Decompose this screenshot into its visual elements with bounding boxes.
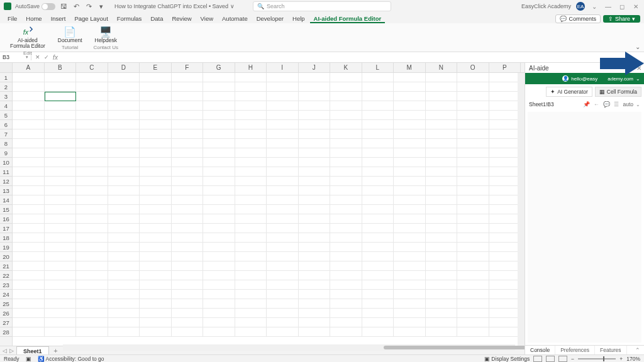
tab-review[interactable]: Review [168, 14, 195, 23]
ai-formula-editor-button[interactable]: fx AI-aided Formula Editor [8, 25, 48, 50]
row-header[interactable]: 8 [0, 139, 12, 148]
minimize-icon[interactable]: — [604, 2, 613, 11]
enter-icon[interactable]: ✓ [43, 53, 50, 61]
col-header[interactable]: H [235, 63, 267, 72]
back-icon[interactable]: ← [592, 101, 600, 108]
col-header[interactable]: B [45, 63, 77, 72]
row-header[interactable]: 20 [0, 252, 12, 261]
redo-icon[interactable]: ↷ [84, 2, 93, 11]
row-header[interactable]: 21 [0, 261, 12, 271]
col-header[interactable]: C [76, 63, 108, 72]
row-header[interactable]: 19 [0, 243, 12, 252]
sheet-nav-next-icon[interactable]: ▷ [9, 348, 14, 354]
row-header[interactable]: 9 [0, 148, 12, 158]
document-button[interactable]: 📄 Document [55, 25, 85, 45]
row-header[interactable]: 27 [0, 318, 12, 327]
cancel-icon[interactable]: ✕ [34, 53, 42, 61]
undo-icon[interactable]: ↶ [72, 2, 80, 11]
add-sheet-icon[interactable]: + [52, 347, 60, 354]
col-header[interactable]: N [426, 63, 458, 72]
row-header[interactable]: 28 [0, 327, 12, 337]
col-header[interactable]: F [172, 63, 204, 72]
toggle-switch-icon[interactable] [42, 3, 55, 10]
comment-icon[interactable]: 💬 [602, 101, 610, 108]
page-break-view-icon[interactable] [558, 356, 567, 362]
ribbon-collapse-icon[interactable]: ⌄ [635, 43, 640, 50]
col-header[interactable]: J [299, 63, 331, 72]
accessibility-status[interactable]: ♿ Accessibility: Good to go [38, 356, 104, 362]
row-header[interactable]: 1 [0, 73, 12, 82]
col-header[interactable]: K [330, 63, 362, 72]
col-header[interactable]: A [13, 63, 45, 72]
row-header[interactable]: 17 [0, 224, 12, 233]
qat-dropdown-icon[interactable]: ▾ [97, 2, 106, 11]
save-icon[interactable]: 🖫 [59, 2, 68, 11]
pane-btab-console[interactable]: Console [525, 346, 555, 354]
chevron-down-icon[interactable]: ⌄ [636, 102, 640, 107]
pin-icon[interactable]: 📌 [582, 101, 590, 108]
pane-btab-features[interactable]: Features [595, 346, 627, 354]
row-header[interactable]: 2 [0, 82, 12, 92]
sheet-tab[interactable]: Sheet1 [16, 346, 49, 354]
display-settings-button[interactable]: ▣ Display Settings [484, 356, 530, 362]
tab-formulas[interactable]: Formulas [113, 14, 146, 23]
avatar[interactable]: EA [576, 2, 585, 11]
tab-help[interactable]: Help [289, 14, 309, 23]
share-button[interactable]: ⇪Share▾ [603, 15, 640, 23]
tab-page-layout[interactable]: Page Layout [70, 14, 111, 23]
normal-view-icon[interactable] [533, 356, 542, 362]
col-header[interactable]: I [267, 63, 299, 72]
row-header[interactable]: 10 [0, 158, 12, 167]
row-header[interactable]: 26 [0, 309, 12, 318]
list-icon[interactable]: ☰ [613, 101, 620, 108]
row-header[interactable]: 4 [0, 101, 12, 111]
row-header[interactable]: 22 [0, 271, 12, 280]
pane-body[interactable] [528, 112, 641, 343]
tab-ai-formula-editor[interactable]: AI-aided Formula Editor [310, 14, 386, 23]
row-header[interactable]: 25 [0, 299, 12, 309]
autosave-toggle[interactable]: AutoSave [15, 3, 55, 10]
pane-collapse-icon[interactable]: ⌃ [631, 346, 644, 354]
document-title[interactable]: How to Integrate ChatGPT into Excel • Sa… [114, 3, 235, 9]
insert-function-icon[interactable]: fx [52, 53, 59, 61]
tab-data[interactable]: Data [147, 14, 167, 23]
close-icon[interactable]: ✕ [631, 2, 640, 11]
zoom-slider[interactable] [578, 358, 616, 359]
col-header[interactable]: M [394, 63, 426, 72]
tab-home[interactable]: Home [22, 14, 45, 23]
col-header[interactable]: E [140, 63, 172, 72]
cells[interactable] [13, 73, 525, 346]
ribbon-mode-icon[interactable]: ⌄ [590, 2, 599, 11]
comments-button[interactable]: 💬Comments [555, 14, 601, 23]
pane-tab-ai-generator[interactable]: ✦AI Generator [546, 87, 592, 97]
zoom-in-icon[interactable]: + [619, 356, 623, 362]
row-header[interactable]: 14 [0, 195, 12, 205]
row-header[interactable]: 5 [0, 111, 12, 120]
vertical-scrollbar[interactable] [518, 73, 525, 346]
row-header[interactable]: 18 [0, 233, 12, 243]
tab-developer[interactable]: Developer [253, 14, 287, 23]
search-input[interactable]: 🔍 Search [253, 1, 391, 11]
select-all-corner[interactable] [0, 63, 13, 72]
auto-dropdown[interactable]: auto [623, 101, 633, 107]
row-header[interactable]: 12 [0, 177, 12, 186]
col-header[interactable]: O [457, 63, 489, 72]
pane-btab-preferences[interactable]: Preferences [555, 346, 595, 354]
row-header[interactable]: 11 [0, 167, 12, 177]
row-header[interactable]: 7 [0, 129, 12, 139]
tab-view[interactable]: View [197, 14, 217, 23]
tab-insert[interactable]: Insert [47, 14, 70, 23]
row-header[interactable]: 6 [0, 120, 12, 129]
col-header[interactable]: D [108, 63, 140, 72]
row-header[interactable]: 3 [0, 92, 12, 101]
chevron-down-icon[interactable]: ⌄ [636, 76, 640, 82]
row-header[interactable]: 15 [0, 205, 12, 214]
zoom-level[interactable]: 170% [626, 356, 640, 362]
col-header[interactable]: L [362, 63, 394, 72]
tab-automate[interactable]: Automate [218, 14, 252, 23]
row-header[interactable]: 23 [0, 280, 12, 290]
col-header[interactable]: G [203, 63, 235, 72]
zoom-out-icon[interactable]: − [571, 356, 574, 362]
col-header[interactable]: P [489, 63, 521, 72]
page-layout-view-icon[interactable] [546, 356, 555, 362]
